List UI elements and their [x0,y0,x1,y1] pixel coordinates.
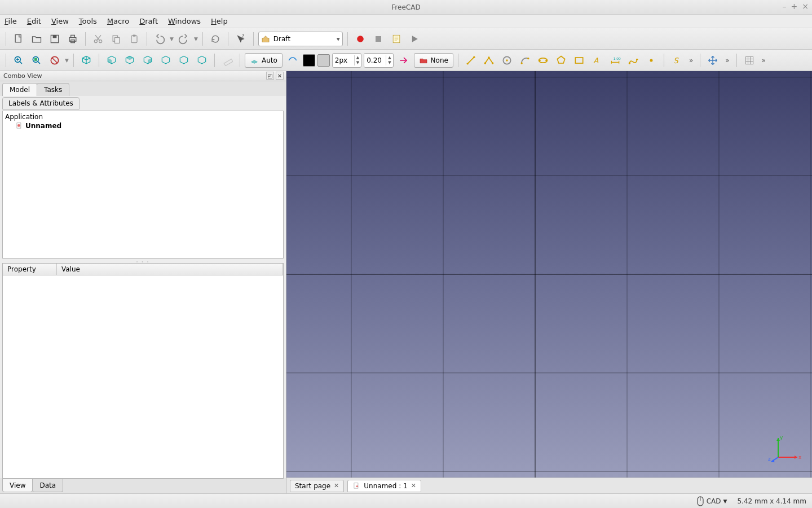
spin-down-icon[interactable]: ▼ [386,60,392,65]
close-icon[interactable]: ✕ [334,482,339,489]
draft-circle-button[interactable] [499,52,515,68]
macro-record-button[interactable] [352,31,368,47]
view-top-button[interactable] [122,52,138,68]
svg-rect-21 [224,59,232,65]
tab-tasks[interactable]: Tasks [37,83,69,96]
macro-stop-button[interactable] [370,31,386,47]
menu-macro[interactable]: Macro [107,17,129,25]
view-rear-button[interactable] [158,52,174,68]
paste-button[interactable] [126,31,142,47]
save-document-button[interactable] [47,31,63,47]
new-document-button[interactable] [11,31,27,47]
line-width-input[interactable] [333,54,354,67]
undo-dropdown-arrow[interactable]: ▼ [170,36,174,42]
view-front-button[interactable] [104,52,120,68]
toggle-grid-button[interactable] [742,52,757,68]
draft-tools-overflow[interactable]: » [687,56,695,64]
construction-mode-button[interactable] [285,52,301,68]
svg-point-30 [527,58,529,59]
navigation-style-selector[interactable]: CAD ▼ [696,496,727,506]
tree-root-application[interactable]: Application [5,112,281,121]
font-size-spinner[interactable]: ▲▼ [364,53,393,68]
draw-style-button[interactable] [47,52,63,68]
redo-button[interactable] [176,31,192,47]
font-size-input[interactable] [364,54,386,67]
svg-text:y: y [780,435,783,440]
viewport-tab-start[interactable]: Start page ✕ [290,480,344,492]
modify-tools-overflow[interactable]: » [723,56,731,64]
menu-file[interactable]: File [5,17,17,25]
draft-ellipse-button[interactable] [535,52,551,68]
menu-windows[interactable]: Windows [168,17,201,25]
view-bottom-button[interactable] [176,52,192,68]
refresh-button[interactable] [208,31,223,47]
snap-tools-overflow[interactable]: » [760,56,768,64]
tab-model[interactable]: Model [2,83,37,96]
draft-bspline-button[interactable] [625,52,641,68]
menu-draft[interactable]: Draft [139,17,158,25]
measure-button[interactable] [219,52,235,68]
spin-up-icon[interactable]: ▲ [355,55,361,60]
print-button[interactable] [65,31,81,47]
apply-style-button[interactable] [396,52,412,68]
svg-text:A: A [593,56,598,65]
fit-selection-button[interactable] [29,52,45,68]
spin-up-icon[interactable]: ▲ [386,55,392,60]
spin-down-icon[interactable]: ▼ [355,60,361,65]
draft-line-button[interactable] [463,52,479,68]
tab-data[interactable]: Data [32,479,63,492]
draft-point-button[interactable] [643,52,659,68]
draft-rectangle-button[interactable] [571,52,587,68]
panel-close-button[interactable]: ✕ [276,72,284,80]
svg-point-39 [650,59,652,62]
autogroup-button[interactable]: None [414,53,453,68]
macros-dialog-button[interactable] [389,31,404,47]
value-column-header[interactable]: Value [57,264,283,275]
face-color-swatch[interactable] [317,54,330,67]
3d-viewport[interactable]: x y z [286,71,812,478]
svg-rect-60 [354,483,358,488]
viewport-tab-document[interactable]: Unnamed : 1 ✕ [347,480,421,492]
window-close-button[interactable]: × [802,2,809,10]
svg-rect-9 [115,37,120,43]
whatsthis-button[interactable]: ? [233,31,249,47]
view-left-button[interactable] [194,52,210,68]
close-icon[interactable]: ✕ [411,482,416,489]
tree-document-item[interactable]: Unnamed [5,121,281,130]
view-isometric-button[interactable] [78,52,94,68]
line-color-swatch[interactable] [303,54,315,67]
labels-attributes-tab[interactable]: Labels & Attributes [2,97,80,110]
window-maximize-button[interactable]: + [791,2,798,10]
window-minimize-button[interactable]: – [783,2,787,10]
draft-arc-button[interactable] [517,52,533,68]
menu-help[interactable]: Help [211,17,228,25]
menu-tools[interactable]: Tools [79,17,97,25]
menu-edit[interactable]: Edit [27,17,41,25]
tree-view[interactable]: Application Unnamed [2,111,284,259]
svg-rect-0 [15,34,21,42]
panel-float-button[interactable]: ◰ [266,72,274,80]
draft-move-button[interactable] [705,52,721,68]
property-body [3,275,283,478]
cut-button[interactable] [90,31,106,47]
svg-point-32 [539,59,540,61]
workbench-selector[interactable]: Draft ▾ [258,32,343,46]
open-document-button[interactable] [29,31,45,47]
view-right-button[interactable] [140,52,156,68]
draft-text-button[interactable]: A [589,52,605,68]
macro-execute-button[interactable] [407,31,422,47]
working-plane-button[interactable]: Auto [245,53,283,68]
fit-all-button[interactable] [11,52,27,68]
copy-button[interactable] [108,31,124,47]
draft-polygon-button[interactable] [553,52,569,68]
draft-wire-button[interactable] [481,52,497,68]
draw-style-dropdown-arrow[interactable]: ▼ [65,58,69,63]
draft-dimension-button[interactable]: 1.00 [607,52,623,68]
redo-dropdown-arrow[interactable]: ▼ [194,36,198,42]
tab-view[interactable]: View [2,479,33,492]
draft-shapestring-button[interactable]: S [669,52,685,68]
line-width-spinner[interactable]: ▲▼ [332,53,361,68]
property-column-header[interactable]: Property [3,264,57,275]
menu-view[interactable]: View [51,17,69,25]
undo-button[interactable] [152,31,167,47]
